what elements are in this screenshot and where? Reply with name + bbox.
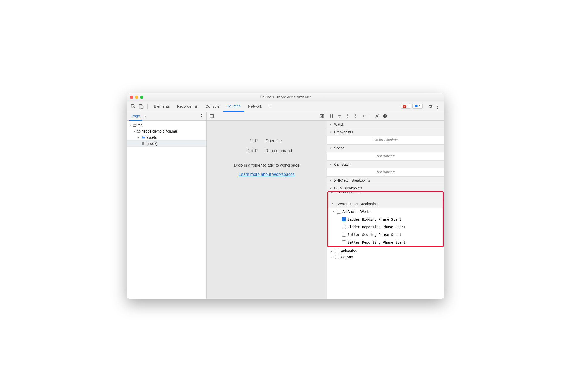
chevron-down-icon: ▼ [129,124,131,127]
animation-group[interactable]: ▶ Animation [327,247,444,255]
page-tab[interactable]: Page [129,112,142,121]
step-into-icon[interactable] [345,114,350,118]
step-icon[interactable] [361,114,366,118]
dom-breakpoints-section[interactable]: ▶ DOM Breakpoints [327,184,444,192]
svg-point-11 [339,117,340,118]
svg-point-13 [355,117,356,118]
inspect-icon[interactable] [129,103,137,110]
chevron-down-icon: ▼ [330,163,333,166]
cloud-icon [137,129,141,133]
chevron-right-icon: ▶ [138,136,140,139]
titlebar: DevTools - fledge-demo.glitch.me/ [127,93,444,101]
checkbox-mixed-icon[interactable]: − [337,210,341,214]
device-toolbar-icon[interactable] [137,103,145,110]
kebab-menu-icon[interactable]: ⋮ [434,103,442,110]
xhr-section[interactable]: ▶ XHR/fetch Breakpoints [327,177,444,184]
tree-assets[interactable]: ▶ assets [127,134,206,140]
checkbox-icon[interactable] [335,255,339,259]
svg-rect-3 [133,124,136,126]
deactivate-breakpoints-icon[interactable] [375,114,379,118]
tree-assets-label: assets [146,135,157,139]
canvas-group[interactable]: ▶ Canvas [327,255,444,259]
error-badge[interactable]: ✕ 1 [401,104,411,109]
file-tree: ▼ top ▼ fledge-demo.glitch.me ▶ assets (… [127,121,206,148]
checkbox-icon[interactable] [342,233,346,237]
tab-console[interactable]: Console [202,101,223,112]
watch-label: Watch [334,122,344,126]
breakpoints-section[interactable]: ▼ Breakpoints [327,128,444,136]
tab-recorder-label: Recorder [177,104,193,108]
tree-domain[interactable]: ▼ fledge-demo.glitch.me [127,128,206,134]
workspace-drop-hint: Drop in a folder to add to workspace [234,163,300,168]
settings-icon[interactable] [426,103,434,110]
event-label: Bidder Reporting Phase Start [347,225,406,229]
dom-label: DOM Breakpoints [334,186,362,190]
callstack-not-paused: Not paused [327,168,444,177]
tab-network[interactable]: Network [244,101,266,112]
tree-top[interactable]: ▼ top [127,122,206,128]
pause-icon[interactable] [330,114,334,118]
navigator-header: Page » ⋮ [127,112,206,121]
event-listener-more: ▶ Animation ▶ Canvas [327,247,444,259]
global-listeners-section[interactable]: ▶ Global Listeners [328,192,443,200]
tab-elements[interactable]: Elements [150,101,173,112]
tab-sources[interactable]: Sources [223,101,244,112]
navigator-panel: Page » ⋮ ▼ top ▼ fledge-demo.glitch.me ▶ [127,112,207,299]
toggle-debugger-icon[interactable] [320,114,324,118]
debugger-panel: ▶ Watch ▼ Breakpoints No breakpoints ▼ S… [327,112,444,299]
svg-point-12 [347,117,348,118]
global-label: Global Listeners [336,192,361,194]
scope-section[interactable]: ▼ Scope [327,144,444,152]
editor-empty-state: ⌘ P Open file ⌘ ⇧ P Run command Drop in … [207,121,327,299]
chevron-down-icon: ▼ [331,203,334,205]
message-badge[interactable]: 1 [412,104,423,109]
step-out-icon[interactable] [353,114,358,118]
chevron-down-icon: ▼ [133,130,136,133]
breakpoints-label: Breakpoints [334,130,353,134]
checkbox-checked-icon[interactable]: ✓ [342,217,346,221]
nav-kebab-icon[interactable]: ⋮ [199,113,204,119]
chevron-right-icon: ▶ [330,179,333,182]
checkbox-icon[interactable] [342,225,346,229]
event-bidder-reporting[interactable]: Bidder Reporting Phase Start [328,223,443,231]
ad-auction-group[interactable]: ▼ − Ad Auction Worklet [328,208,443,215]
tree-top-label: top [138,123,142,127]
event-seller-reporting[interactable]: Seller Reporting Phase Start [328,238,443,246]
event-seller-scoring[interactable]: Seller Scoring Phase Start [328,231,443,238]
run-command-label: Run command [266,149,312,153]
chevron-right-icon: ▶ [330,187,333,189]
chevron-right-icon: ▶ [331,256,334,258]
pause-exceptions-icon[interactable] [383,114,387,118]
event-bidder-bidding[interactable]: ✓ Bidder Bidding Phase Start [328,215,443,223]
error-icon: ✕ [403,105,406,108]
watch-section[interactable]: ▶ Watch [327,121,444,128]
svg-rect-9 [330,114,331,118]
toggle-navigator-icon[interactable] [209,114,214,118]
highlight-annotation: ▶ Global Listeners ▼ Event Listener Brea… [327,191,444,247]
divider [147,104,148,109]
message-count: 1 [419,104,421,108]
editor-header [207,112,327,121]
canvas-label: Canvas [341,255,353,259]
chevron-down-icon: ▼ [330,147,333,149]
step-over-icon[interactable] [337,114,342,118]
workspaces-link[interactable]: Learn more about Workspaces [239,172,294,177]
more-tabs-icon[interactable]: » [266,101,275,112]
ad-auction-label: Ad Auction Worklet [342,210,372,214]
callstack-section[interactable]: ▼ Call Stack [327,160,444,168]
tab-recorder[interactable]: Recorder [173,101,202,112]
callstack-label: Call Stack [334,162,350,166]
more-nav-tabs-icon[interactable]: » [142,112,148,121]
event-label: Bidder Bidding Phase Start [347,217,401,221]
checkbox-icon[interactable] [335,249,339,253]
checkbox-icon[interactable] [342,240,346,244]
tree-index[interactable]: (index) [127,140,206,147]
svg-rect-2 [141,106,143,109]
xhr-label: XHR/fetch Breakpoints [334,178,370,182]
folder-icon [141,135,145,139]
event-listener-section[interactable]: ▼ Event Listener Breakpoints [328,200,443,208]
scope-not-paused: Not paused [327,152,444,160]
body: Page » ⋮ ▼ top ▼ fledge-demo.glitch.me ▶ [127,112,444,299]
run-command-hint: ⌘ ⇧ P Run command [222,148,312,153]
event-listener-body: ▼ − Ad Auction Worklet ✓ Bidder Bidding … [328,208,443,246]
